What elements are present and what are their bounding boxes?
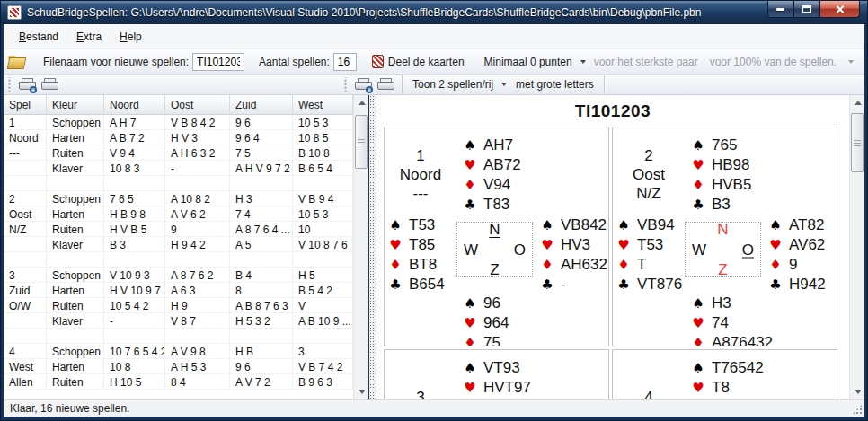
table-cell: A V 6 2 (165, 206, 230, 222)
hand-line: ♥T85 (389, 235, 456, 255)
table-scrollbar[interactable] (353, 95, 368, 399)
menu-item-help[interactable]: Help (111, 27, 150, 47)
hand-cards: VB842 (561, 215, 607, 234)
hand-north: ♠AH7♥AB72♦V94♣T83 (456, 127, 608, 215)
hand-line: ♦HVB5 (692, 175, 837, 195)
table-row[interactable]: Klaver10 8 3-A H V 9 7 2B 6 5 4 (4, 161, 353, 176)
table-row[interactable] (4, 329, 353, 344)
spade-suit-icon: ♠ (692, 359, 704, 378)
deals-per-row-label: Toon 2 spellen/rij (412, 78, 493, 91)
scrollbar-thumb[interactable] (851, 113, 864, 172)
table-cell: H V 3 (165, 130, 230, 145)
deals-per-row-dropdown[interactable]: Toon 2 spellen/rij (408, 76, 511, 92)
print-icon[interactable] (41, 78, 57, 91)
compass-rose: NWOZ (685, 222, 761, 277)
deal-cards-button[interactable]: Deel de kaarten (368, 53, 469, 70)
spade-suit-icon: ♠ (464, 136, 476, 155)
table-cell: B 4 (230, 268, 293, 283)
table-cell (47, 329, 104, 344)
column-header: Oost (165, 95, 230, 114)
table-cell: B 3 (104, 237, 165, 252)
diamond-suit-icon: ♦ (692, 334, 704, 346)
table-cell: A 6 3 (165, 283, 230, 298)
table-cell (165, 176, 230, 191)
table-cell: A H 6 3 2 (165, 145, 230, 161)
chevron-down-icon (580, 60, 586, 64)
table-cell: H 9 (165, 298, 230, 313)
table-row[interactable] (4, 176, 353, 191)
table-row[interactable]: ZuidHartenH V 10 9 7A 6 38B 5 4 2 (4, 283, 353, 298)
scroll-down-button[interactable] (850, 384, 865, 399)
table-row[interactable]: Klaver-V 8 7H 5 3 2A B 10 9 ... (4, 313, 353, 329)
menu-item-bestand[interactable]: Bestand (11, 27, 66, 47)
table-row[interactable]: 1SchoppenA H 7V B 8 4 29 610 5 3 (4, 115, 353, 130)
heart-suit-icon: ♥ (692, 156, 704, 175)
title-bar[interactable]: SchudBridgeSpellen: G:\Users\Andre\Docum… (1, 1, 867, 24)
table-cell: B 10 8 (293, 145, 353, 161)
table-row[interactable]: OostHartenH B 9 8A V 6 27 410 5 3 (4, 206, 353, 222)
scroll-down-button[interactable] (354, 384, 369, 399)
table-cell: A B 8 7 6 3 (230, 298, 293, 313)
hand-cards: 9 (789, 255, 797, 274)
deal-count-input[interactable] (333, 53, 357, 71)
hand-line: ♦T (617, 255, 685, 275)
hand-line: ♦75 (464, 333, 608, 346)
table-cell: 10 5 3 (293, 115, 353, 130)
open-folder-icon[interactable] (8, 56, 24, 67)
maximize-button[interactable] (793, 1, 819, 18)
hand-cards: AB72 (483, 155, 521, 174)
filename-input[interactable] (192, 53, 244, 71)
close-button[interactable] (819, 1, 860, 18)
menu-bar: BestandExtraHelp (4, 24, 864, 49)
table-row[interactable]: NoordHartenA B 7 2H V 39 6 410 8 5 (4, 130, 353, 145)
table-cell: 9 6 (230, 115, 293, 130)
print-preview-icon[interactable] (19, 78, 34, 91)
hand-line: ♥T8 (692, 378, 837, 398)
percent-dropdown[interactable]: voor 100% van de spellen. (702, 54, 858, 70)
hand-cards: AV62 (789, 235, 825, 254)
table-row[interactable]: N/ZRuitenH V B 59A 8 7 6 4 ...10 (4, 222, 353, 237)
table-row[interactable]: 2Schoppen7 6 5A 10 8 2H 3V B 9 4 (4, 191, 353, 206)
hand-line: ♠AT82 (769, 215, 837, 235)
table-row[interactable]: KlaverB 3H 9 4 2A 5V 10 8 7 6 (4, 237, 353, 252)
preview-scrollbar[interactable] (849, 95, 864, 399)
scroll-up-button[interactable] (354, 95, 369, 110)
table-row[interactable]: 3SchoppenV 10 9 3A 8 7 6 2B 4H 5 (4, 268, 353, 283)
min-points-dropdown[interactable]: Minimaal 0 punten (480, 54, 590, 70)
table-row[interactable]: O/WRuiten10 5 4 2H 9A B 8 7 6 3V (4, 298, 353, 313)
scroll-up-button[interactable] (850, 95, 865, 110)
deals-table: SpelKleurNoordOostZuidWest 1SchoppenA H … (4, 95, 353, 399)
scrollbar-thumb[interactable] (355, 115, 368, 169)
pane-toolbars: Toon 2 spellen/rij met grote letters (4, 75, 864, 95)
hand-line: ♠VT93 (464, 358, 608, 378)
pane-splitter[interactable] (369, 95, 376, 399)
toolbar-grip[interactable] (7, 77, 12, 91)
hand-cards: T85 (409, 235, 435, 254)
table-cell: 9 (165, 222, 230, 237)
print-icon[interactable] (377, 78, 393, 91)
toolbar-grip[interactable] (343, 77, 348, 91)
table-cell (4, 329, 47, 344)
big-letters-toggle[interactable]: met grote letters (511, 76, 598, 92)
menu-item-extra[interactable]: Extra (68, 27, 110, 47)
table-cell: A 5 (230, 237, 293, 252)
spade-suit-icon: ♠ (769, 216, 782, 235)
table-row[interactable] (4, 252, 353, 268)
table-row[interactable]: 4Schoppen10 7 6 5 4 2A V 9 8H B3 (4, 344, 353, 359)
minimize-button[interactable] (767, 1, 793, 18)
table-row[interactable]: WestHarten10 8A H 5 39 6V B 7 4 2 (4, 359, 353, 374)
hand-cards: AH7 (483, 136, 513, 154)
table-row[interactable]: AllenRuitenH 10 58 4A V 7 2B 9 6 3 (4, 374, 353, 390)
table-header[interactable]: SpelKleurNoordOostZuidWest (4, 95, 353, 115)
table-cell: Klaver (47, 313, 104, 329)
table-cell: H 5 3 2 (230, 313, 293, 329)
table-row[interactable]: ---RuitenV 9 4A H 6 3 27 5B 10 8 (4, 145, 353, 161)
compass-o: O (742, 241, 754, 259)
resize-grip-icon[interactable] (852, 404, 863, 415)
print-preview-icon[interactable] (355, 78, 370, 91)
deal-number: 1 (416, 146, 424, 165)
status-text: Klaar, 16 nieuwe spellen. (10, 402, 129, 415)
table-cell: Allen (4, 374, 47, 390)
strongest-pair-label: voor het sterkste paar (594, 56, 698, 68)
hand-line: ♠T53 (389, 215, 456, 235)
